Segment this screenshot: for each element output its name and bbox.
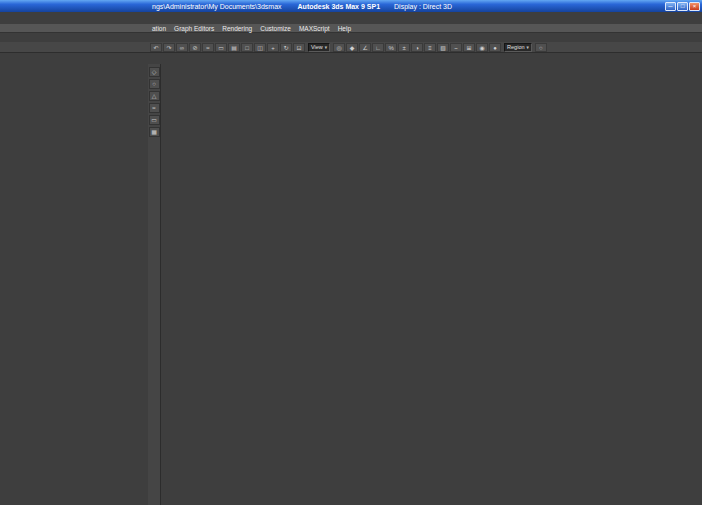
chevron-down-icon: ▾ (527, 45, 529, 50)
snaps-toggle-icon[interactable]: ∠ (359, 43, 371, 52)
main-title-app: Autodesk 3ds Max 9 SP1 (298, 3, 380, 10)
spinner-snap-icon[interactable]: ± (398, 43, 410, 52)
render-type-dropdown[interactable]: Region▾ (504, 43, 532, 52)
reactor-rigid-body-icon[interactable]: ◇ (149, 67, 160, 77)
curve-editor-icon[interactable]: ~ (450, 43, 462, 52)
select-and-rotate-icon[interactable]: ↻ (280, 43, 292, 52)
reactor-analyze-icon[interactable]: ▦ (149, 127, 160, 137)
menu-customize[interactable]: Customize (260, 25, 291, 32)
schematic-view-icon[interactable]: ⊞ (463, 43, 475, 52)
unlink-selection-icon[interactable]: ⊘ (189, 43, 201, 52)
select-and-link-icon[interactable]: ∞ (176, 43, 188, 52)
menu-graph-editors[interactable]: Graph Editors (174, 25, 214, 32)
angle-snap-icon[interactable]: ∟ (372, 43, 384, 52)
select-and-manipulate-icon[interactable]: ◆ (346, 43, 358, 52)
reactor-soft-body-icon[interactable]: △ (149, 91, 160, 101)
select-and-move-icon[interactable]: + (267, 43, 279, 52)
bind-to-space-warp-icon[interactable]: ≈ (202, 43, 214, 52)
select-by-name-icon[interactable]: ▤ (228, 43, 240, 52)
menu-rendering[interactable]: Rendering (222, 25, 252, 32)
align-icon[interactable]: ≡ (424, 43, 436, 52)
material-editor-icon[interactable]: ◉ (476, 43, 488, 52)
layer-manager-icon[interactable]: ▧ (437, 43, 449, 52)
use-center-icon[interactable]: ◎ (333, 43, 345, 52)
select-and-scale-icon[interactable]: ⊡ (293, 43, 305, 52)
main-titlebar: ngs\Administrator\My Documents\3dsmax Au… (0, 0, 702, 12)
select-object-icon[interactable]: ▭ (215, 43, 227, 52)
selection-region-icon[interactable]: □ (241, 43, 253, 52)
minimize-button[interactable]: ─ (665, 2, 676, 11)
window-buttons: ─ □ × (665, 2, 702, 11)
render-scene-icon[interactable]: ● (489, 43, 501, 52)
main-toolbar: ↶↷∞⊘≈▭▤□◫+↻⊡View▾◎◆∠∟%±◑≡▧~⊞◉●Region▾○ (0, 42, 702, 53)
reference-coordinate-dropdown-value: View (311, 44, 323, 50)
percent-snap-icon[interactable]: % (385, 43, 397, 52)
reference-coordinate-dropdown[interactable]: View▾ (308, 43, 330, 52)
main-title-display: Display : Direct 3D (394, 3, 452, 10)
mirror-icon[interactable]: ◑ (411, 43, 423, 52)
menu-help[interactable]: Help (338, 25, 351, 32)
reactor-cloth-icon[interactable]: ○ (149, 79, 160, 89)
reactor-rope-icon[interactable]: ≈ (149, 103, 160, 113)
screen: ngs\Administrator\My Documents\3dsmax Au… (0, 0, 702, 505)
left-toolbar: ◇○△≈▭▦ (148, 64, 161, 505)
main-title-path: ngs\Administrator\My Documents\3dsmax (152, 3, 282, 10)
chevron-down-icon: ▾ (325, 45, 327, 50)
quick-render-icon[interactable]: ○ (535, 43, 547, 52)
menu-animation[interactable]: ation (152, 25, 166, 32)
undo-icon[interactable]: ↶ (150, 43, 162, 52)
redo-icon[interactable]: ↷ (163, 43, 175, 52)
menu-maxscript[interactable]: MAXScript (299, 25, 330, 32)
close-button[interactable]: × (689, 2, 700, 11)
reactor-preview-icon[interactable]: ▭ (149, 115, 160, 125)
render-type-dropdown-value: Region (507, 44, 524, 50)
maximize-button[interactable]: □ (677, 2, 688, 11)
main-menubar: ation Graph Editors Rendering Customize … (0, 24, 702, 33)
window-crossing-icon[interactable]: ◫ (254, 43, 266, 52)
